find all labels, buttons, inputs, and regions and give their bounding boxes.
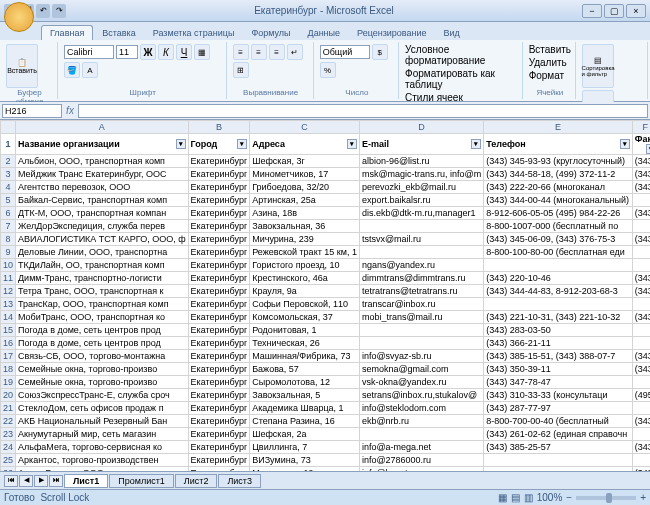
cell[interactable]: Софьи Перовской, 110 [250, 298, 360, 311]
cell[interactable]: Альбион, ООО, транспортная комп [16, 155, 189, 168]
zoom-out-button[interactable]: − [566, 492, 572, 503]
cell[interactable]: (343) 345-06-09, (343) 376-75-3 [484, 233, 633, 246]
cell[interactable]: tstsvx@mail.ru [359, 233, 483, 246]
column-header[interactable]: D [359, 121, 483, 134]
cell[interactable] [632, 402, 650, 415]
cell[interactable]: ДТК-М, ООО, транспортная компан [16, 207, 189, 220]
row-header[interactable]: 4 [1, 181, 16, 194]
sheet-nav-first[interactable]: ⏮ [4, 475, 18, 487]
cell[interactable]: (343) 366-21-11 [484, 337, 633, 350]
cell[interactable] [632, 259, 650, 272]
column-header[interactable]: C [250, 121, 360, 134]
format-cells-button[interactable]: Формат [529, 70, 565, 81]
cell[interactable]: (343) 350-39-11 [484, 363, 633, 376]
cell[interactable]: mobi_trans@mail.ru [359, 311, 483, 324]
sheet-nav-prev[interactable]: ◀ [19, 475, 33, 487]
cell[interactable] [632, 324, 650, 337]
cell[interactable]: (343) 283-03-50 [484, 324, 633, 337]
cell[interactable]: Бажова, 57 [250, 363, 360, 376]
cell[interactable]: Режевской тракт 15 км, 1 [250, 246, 360, 259]
cell[interactable]: Екатеринбург [188, 402, 250, 415]
cell[interactable]: (343) 385-25-57 [484, 441, 633, 454]
cell[interactable]: export.baikalsr.ru [359, 194, 483, 207]
cell[interactable]: Крауля, 9а [250, 285, 360, 298]
cell[interactable]: МобиТранс, ООО, транспортная ко [16, 311, 189, 324]
cell[interactable] [484, 259, 633, 272]
filter-dropdown-icon[interactable]: ▾ [176, 139, 186, 149]
cell[interactable]: 8-800-100-80-00 (бесплатная еди [484, 246, 633, 259]
paste-button[interactable]: 📋Вставить [6, 44, 38, 88]
cell[interactable] [632, 428, 650, 441]
row-header[interactable]: 5 [1, 194, 16, 207]
cell[interactable]: (343) [632, 181, 650, 194]
cell[interactable]: Малышева, 19 [250, 467, 360, 472]
cell[interactable]: Екатеринбург [188, 298, 250, 311]
row-header[interactable]: 21 [1, 402, 16, 415]
column-header[interactable]: B [188, 121, 250, 134]
cell[interactable] [632, 376, 650, 389]
cell[interactable]: (343) 220-10-46 [484, 272, 633, 285]
filter-header-cell[interactable]: Название организации▾ [16, 134, 189, 155]
cell[interactable]: (343) [632, 155, 650, 168]
row-header[interactable]: 3 [1, 168, 16, 181]
spreadsheet-grid[interactable]: ABCDEFGH1Название организации▾Город▾Адре… [0, 120, 650, 471]
cell[interactable]: Екатеринбург [188, 337, 250, 350]
cell[interactable]: Техническая, 26 [250, 337, 360, 350]
cell[interactable] [484, 454, 633, 467]
cell[interactable]: (343) 385-15-51, (343) 388-07-7 [484, 350, 633, 363]
cell[interactable]: (343) 310-33-33 (консультаци [484, 389, 633, 402]
cell[interactable]: (343) [632, 285, 650, 298]
cell[interactable]: Байкал-Сервис, транспортная комп [16, 194, 189, 207]
row-header[interactable]: 14 [1, 311, 16, 324]
bold-button[interactable]: Ж [140, 44, 156, 60]
cell[interactable]: Машинная/Фибрика, 73 [250, 350, 360, 363]
cell[interactable]: (343) [632, 467, 650, 472]
cell[interactable]: tetratrans@tetratrans.ru [359, 285, 483, 298]
sheet-tab-active[interactable]: Лист1 [64, 474, 108, 488]
cell[interactable]: Академика Шварца, 1 [250, 402, 360, 415]
italic-button[interactable]: К [158, 44, 174, 60]
row-header[interactable]: 23 [1, 428, 16, 441]
cell[interactable]: ВИЗумина, 73 [250, 454, 360, 467]
cell[interactable] [359, 324, 483, 337]
office-button[interactable] [4, 2, 34, 32]
row-header[interactable]: 11 [1, 272, 16, 285]
filter-dropdown-icon[interactable]: ▾ [237, 139, 247, 149]
view-layout-icon[interactable]: ▤ [511, 492, 520, 503]
ribbon-tab[interactable]: Главная [41, 25, 93, 40]
cell[interactable]: (343) [632, 441, 650, 454]
cell[interactable]: info@steklodom.com [359, 402, 483, 415]
filter-header-cell[interactable]: Город▾ [188, 134, 250, 155]
row-header[interactable]: 15 [1, 324, 16, 337]
row-header[interactable]: 16 [1, 337, 16, 350]
cell[interactable]: (343) [632, 311, 650, 324]
cell[interactable]: dimmtrans@dimmtrans.ru [359, 272, 483, 285]
cell[interactable]: Комсомольская, 37 [250, 311, 360, 324]
align-left-button[interactable]: ≡ [233, 44, 249, 60]
cell[interactable]: (343) 344-44-83, 8-912-203-68-3 [484, 285, 633, 298]
cell[interactable]: Екатеринбург [188, 467, 250, 472]
cell[interactable]: Екатеринбург [188, 194, 250, 207]
row-header[interactable]: 22 [1, 415, 16, 428]
cell[interactable]: Завокзальная, 5 [250, 389, 360, 402]
cell[interactable]: albion-96@list.ru [359, 155, 483, 168]
conditional-format-button[interactable]: Условное форматирование [405, 44, 518, 66]
filter-dropdown-icon[interactable]: ▾ [347, 139, 357, 149]
cell[interactable]: Артинская, 25а [250, 194, 360, 207]
delete-cells-button[interactable]: Удалить [529, 57, 567, 68]
cell[interactable]: (343) 344-00-44 (многоканальный) [484, 194, 633, 207]
row-header[interactable]: 8 [1, 233, 16, 246]
cell[interactable]: dis.ekb@dtk-m.ru,manager1 [359, 207, 483, 220]
row-header[interactable]: 12 [1, 285, 16, 298]
cell[interactable]: Акнумутарный мир, сеть магазин [16, 428, 189, 441]
row-header[interactable]: 7 [1, 220, 16, 233]
font-name-input[interactable] [64, 45, 114, 59]
ribbon-tab[interactable]: Вид [436, 26, 468, 40]
cell[interactable]: АКБ Национальный Резервный Бан [16, 415, 189, 428]
number-format-select[interactable] [320, 45, 370, 59]
cell[interactable]: СоюзЭкспрессТранс-Е, служба сроч [16, 389, 189, 402]
ribbon-tab[interactable]: Вставка [94, 26, 143, 40]
column-header[interactable]: F [632, 121, 650, 134]
row-header[interactable]: 25 [1, 454, 16, 467]
cell[interactable]: Мейджик Транс Екатеринбург, ООС [16, 168, 189, 181]
